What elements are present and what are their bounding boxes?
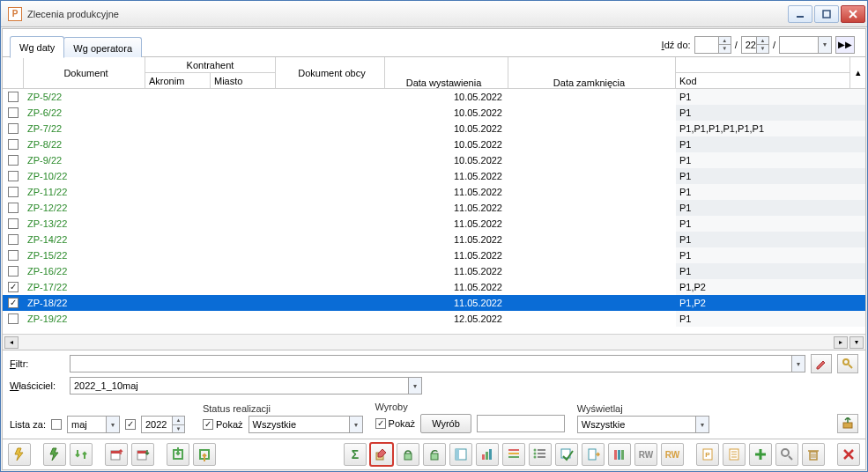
table-row[interactable]: ZP-12/2211.05.2022P1 xyxy=(3,200,865,216)
products-combo[interactable] xyxy=(477,415,565,432)
svg-rect-1 xyxy=(823,11,830,18)
row-check[interactable] xyxy=(3,263,24,279)
filter-config-button[interactable] xyxy=(837,354,858,373)
table-row[interactable]: ZP-5/2210.05.2022P1 xyxy=(3,89,865,105)
row-check[interactable] xyxy=(3,152,24,168)
table-row[interactable]: ZP-15/2211.05.2022P1 xyxy=(3,247,865,263)
col-kontrahent[interactable]: Kontrahent xyxy=(145,57,275,72)
table-row[interactable]: ZP-13/2211.05.2022P1 xyxy=(3,216,865,232)
row-check[interactable] xyxy=(3,136,24,152)
tool-lock-green[interactable] xyxy=(397,443,419,466)
goto-day-spin[interactable]: ▲▼ xyxy=(694,36,731,54)
goto-combo[interactable]: ▾ xyxy=(779,36,832,54)
tool-lightning2[interactable] xyxy=(43,443,66,466)
table-row[interactable]: ZP-9/2210.05.2022P1 xyxy=(3,152,865,168)
col-data-wyst[interactable]: Data wystawienia xyxy=(385,57,508,88)
tool-sigma[interactable]: Σ xyxy=(344,443,367,466)
table-row[interactable]: ZP-6/2210.05.2022P1 xyxy=(3,105,865,121)
tool-books[interactable] xyxy=(608,443,631,466)
products-show-check[interactable] xyxy=(375,418,386,429)
row-check[interactable] xyxy=(3,295,24,311)
tool-search[interactable] xyxy=(775,443,798,466)
products-button[interactable]: Wyrób xyxy=(420,414,471,433)
row-check[interactable] xyxy=(3,247,24,263)
row-check[interactable] xyxy=(3,121,24,136)
tool-unlock[interactable] xyxy=(423,443,446,466)
filter-edit-button[interactable] xyxy=(811,354,832,373)
table-row[interactable]: ZP-16/2211.05.2022P1 xyxy=(3,263,865,279)
table-row[interactable]: ZP-18/2211.05.2022P1,P2 xyxy=(3,295,865,311)
table-row[interactable]: ZP-19/2212.05.2022P1 xyxy=(3,311,865,327)
row-check[interactable] xyxy=(3,279,24,295)
col-akronim[interactable]: Akronim xyxy=(145,73,211,88)
table-row[interactable]: ZP-11/2211.05.2022P1 xyxy=(3,184,865,200)
cell-miasto xyxy=(211,121,276,136)
row-check[interactable] xyxy=(3,311,24,327)
filter-combo[interactable]: ▾ xyxy=(70,355,805,372)
tool-date-down[interactable] xyxy=(131,443,154,466)
tool-chart[interactable] xyxy=(476,443,499,466)
row-check[interactable] xyxy=(3,232,24,247)
col-obcy[interactable]: Dokument obcy xyxy=(276,57,385,88)
grid-body[interactable]: ZP-5/2210.05.2022P1ZP-6/2210.05.2022P1ZP… xyxy=(3,89,865,334)
scroll-down[interactable]: ▾ xyxy=(849,336,864,349)
close-button[interactable] xyxy=(841,5,865,23)
status-show-check[interactable] xyxy=(203,419,213,430)
cell-akronim xyxy=(145,232,211,247)
table-row[interactable]: ZP-7/2210.05.2022P1,P1,P1,P1,P1,P1 xyxy=(3,121,865,136)
tool-edit-highlighted[interactable] xyxy=(370,443,393,466)
maximize-button[interactable] xyxy=(814,5,839,23)
goto-next-button[interactable]: ▶▶ xyxy=(835,36,855,54)
tool-close[interactable] xyxy=(837,443,860,466)
tool-grid-check[interactable] xyxy=(555,443,578,466)
table-row[interactable]: ZP-14/2211.05.2022P1 xyxy=(3,232,865,247)
tab-by-date[interactable]: Wg daty xyxy=(10,36,64,58)
svg-rect-32 xyxy=(614,450,617,460)
owner-combo[interactable]: 2022_1_10maj ▾ xyxy=(70,377,422,395)
tool-list1[interactable] xyxy=(502,443,525,466)
col-kod[interactable]: Kod xyxy=(676,72,849,88)
tab-by-operator[interactable]: Wg operatora xyxy=(63,37,142,58)
col-miasto[interactable]: Miasto xyxy=(211,73,275,88)
minimize-button[interactable] xyxy=(788,5,812,23)
table-row[interactable]: ZP-10/2211.05.2022P1 xyxy=(3,168,865,184)
listfor-year-spin[interactable]: 2022 ▲▼ xyxy=(141,416,185,433)
tool-lightning1[interactable] xyxy=(8,443,31,466)
goto-num-spin[interactable]: 22 ▲▼ xyxy=(741,36,769,54)
tool-panel[interactable] xyxy=(449,443,472,466)
table-row[interactable]: ZP-8/2210.05.2022P1 xyxy=(3,136,865,152)
row-check[interactable] xyxy=(3,168,24,184)
row-check[interactable] xyxy=(3,105,24,121)
row-check[interactable] xyxy=(3,200,24,216)
cell-kod: P1 xyxy=(676,263,865,279)
tool-rw-gold[interactable]: RW xyxy=(661,443,684,466)
row-check[interactable] xyxy=(3,216,24,232)
tool-box-out[interactable] xyxy=(193,443,216,466)
tool-add[interactable] xyxy=(749,443,772,466)
table-row[interactable]: ZP-17/2211.05.2022P1,P2 xyxy=(3,279,865,295)
scroll-right[interactable]: ▸ xyxy=(834,336,848,349)
tool-doc-p[interactable]: P xyxy=(696,443,719,466)
row-check[interactable] xyxy=(3,89,24,105)
listfor-month-check[interactable] xyxy=(51,419,62,430)
tool-box-in[interactable] xyxy=(167,443,189,466)
listfor-year-check[interactable] xyxy=(125,419,136,430)
listfor-month-combo[interactable]: maj ▾ xyxy=(67,416,120,433)
tool-date-up[interactable] xyxy=(105,443,128,466)
tool-list2[interactable] xyxy=(529,443,552,466)
tool-swap[interactable] xyxy=(70,443,93,466)
row-check[interactable] xyxy=(3,184,24,200)
col-dokument[interactable]: Dokument xyxy=(24,57,145,88)
tool-rw-grey[interactable]: RW xyxy=(634,443,657,466)
export-button[interactable] xyxy=(837,414,858,433)
status-combo[interactable]: Wszystkie ▾ xyxy=(249,416,363,433)
display-combo[interactable]: Wszystkie ▾ xyxy=(577,416,709,433)
tool-doc-list[interactable] xyxy=(723,443,746,466)
window-title: Zlecenia produkcyjne xyxy=(27,9,119,19)
scroll-left[interactable]: ◂ xyxy=(4,336,19,349)
tool-doc-arrow[interactable] xyxy=(582,443,605,466)
col-data-zamk[interactable]: Data zamknięcia xyxy=(508,57,676,88)
scroll-up[interactable]: ▴ xyxy=(850,57,865,88)
tool-delete[interactable] xyxy=(802,443,825,466)
hscrollbar[interactable]: ◂ ▸ ▾ xyxy=(3,334,865,350)
